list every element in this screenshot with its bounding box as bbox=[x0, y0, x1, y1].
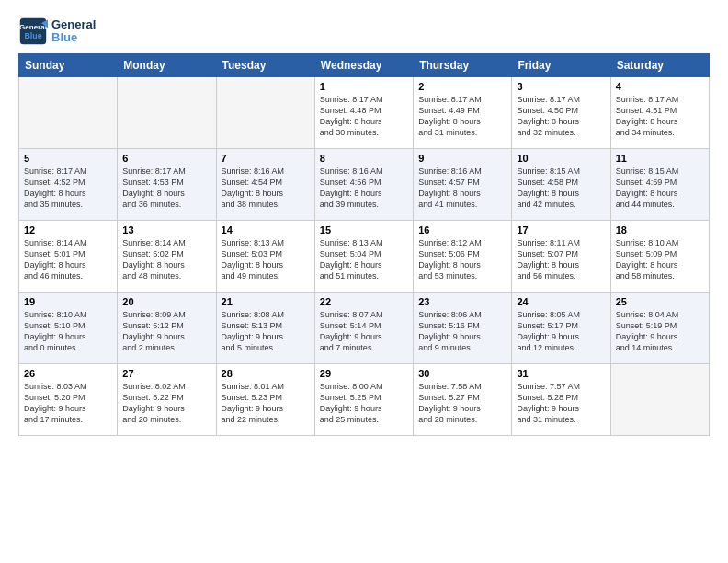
calendar-cell: 24Sunrise: 8:05 AM Sunset: 5:17 PM Dayli… bbox=[512, 293, 610, 364]
day-info: Sunrise: 8:17 AM Sunset: 4:48 PM Dayligh… bbox=[320, 94, 408, 139]
header: General Blue General Blue bbox=[18, 17, 710, 46]
calendar-cell: 9Sunrise: 8:16 AM Sunset: 4:57 PM Daylig… bbox=[414, 149, 512, 221]
calendar-cell: 3Sunrise: 8:17 AM Sunset: 4:50 PM Daylig… bbox=[512, 77, 610, 149]
day-info: Sunrise: 8:16 AM Sunset: 4:54 PM Dayligh… bbox=[222, 166, 310, 211]
day-number: 22 bbox=[320, 296, 408, 307]
day-number: 19 bbox=[24, 296, 112, 307]
day-number: 2 bbox=[418, 81, 506, 92]
day-info: Sunrise: 8:05 AM Sunset: 5:17 PM Dayligh… bbox=[517, 309, 605, 354]
day-number: 16 bbox=[418, 224, 506, 236]
day-info: Sunrise: 8:17 AM Sunset: 4:52 PM Dayligh… bbox=[24, 166, 112, 211]
day-info: Sunrise: 8:12 AM Sunset: 5:06 PM Dayligh… bbox=[418, 237, 506, 282]
day-info: Sunrise: 8:17 AM Sunset: 4:50 PM Dayligh… bbox=[517, 94, 605, 139]
calendar-cell bbox=[610, 364, 709, 436]
logo-text: General Blue bbox=[51, 18, 96, 45]
calendar-cell: 4Sunrise: 8:17 AM Sunset: 4:51 PM Daylig… bbox=[610, 77, 709, 149]
day-info: Sunrise: 8:17 AM Sunset: 4:53 PM Dayligh… bbox=[122, 166, 210, 211]
calendar-cell: 16Sunrise: 8:12 AM Sunset: 5:06 PM Dayli… bbox=[414, 221, 512, 293]
calendar-cell: 11Sunrise: 8:15 AM Sunset: 4:59 PM Dayli… bbox=[610, 149, 709, 221]
calendar-cell: 6Sunrise: 8:17 AM Sunset: 4:53 PM Daylig… bbox=[118, 149, 216, 221]
day-number: 3 bbox=[517, 81, 605, 92]
day-info: Sunrise: 8:00 AM Sunset: 5:25 PM Dayligh… bbox=[320, 381, 408, 426]
weekday-header-wednesday: Wednesday bbox=[314, 54, 413, 77]
day-info: Sunrise: 8:17 AM Sunset: 4:51 PM Dayligh… bbox=[616, 94, 704, 139]
calendar-cell: 15Sunrise: 8:13 AM Sunset: 5:04 PM Dayli… bbox=[314, 221, 413, 293]
calendar-cell: 30Sunrise: 7:58 AM Sunset: 5:27 PM Dayli… bbox=[414, 364, 512, 436]
day-number: 17 bbox=[517, 224, 605, 236]
day-number: 1 bbox=[320, 81, 408, 92]
day-info: Sunrise: 7:58 AM Sunset: 5:27 PM Dayligh… bbox=[418, 381, 506, 426]
day-number: 18 bbox=[616, 224, 704, 236]
weekday-header-row: SundayMondayTuesdayWednesdayThursdayFrid… bbox=[19, 54, 710, 77]
logo-icon: General Blue bbox=[18, 17, 48, 46]
day-info: Sunrise: 8:09 AM Sunset: 5:12 PM Dayligh… bbox=[122, 309, 210, 354]
day-number: 12 bbox=[24, 224, 112, 236]
week-row-1: 1Sunrise: 8:17 AM Sunset: 4:48 PM Daylig… bbox=[19, 77, 710, 149]
calendar-cell bbox=[19, 77, 118, 149]
day-info: Sunrise: 8:10 AM Sunset: 5:10 PM Dayligh… bbox=[24, 309, 112, 354]
calendar-cell: 17Sunrise: 8:11 AM Sunset: 5:07 PM Dayli… bbox=[512, 221, 610, 293]
day-info: Sunrise: 8:14 AM Sunset: 5:01 PM Dayligh… bbox=[24, 237, 112, 282]
calendar-cell: 12Sunrise: 8:14 AM Sunset: 5:01 PM Dayli… bbox=[19, 221, 118, 293]
svg-text:Blue: Blue bbox=[24, 31, 41, 40]
day-number: 23 bbox=[418, 296, 506, 307]
day-number: 7 bbox=[222, 153, 310, 164]
day-info: Sunrise: 8:13 AM Sunset: 5:04 PM Dayligh… bbox=[320, 237, 408, 282]
week-row-3: 12Sunrise: 8:14 AM Sunset: 5:01 PM Dayli… bbox=[19, 221, 710, 293]
calendar-cell: 10Sunrise: 8:15 AM Sunset: 4:58 PM Dayli… bbox=[512, 149, 610, 221]
day-info: Sunrise: 8:11 AM Sunset: 5:07 PM Dayligh… bbox=[517, 237, 605, 282]
calendar-page: General Blue General Blue SundayMondayTu… bbox=[0, 0, 728, 563]
day-info: Sunrise: 8:07 AM Sunset: 5:14 PM Dayligh… bbox=[320, 309, 408, 354]
day-number: 21 bbox=[222, 296, 310, 307]
week-row-4: 19Sunrise: 8:10 AM Sunset: 5:10 PM Dayli… bbox=[19, 293, 710, 364]
day-number: 24 bbox=[517, 296, 605, 307]
day-number: 20 bbox=[122, 296, 210, 307]
calendar-cell: 29Sunrise: 8:00 AM Sunset: 5:25 PM Dayli… bbox=[314, 364, 413, 436]
day-info: Sunrise: 8:16 AM Sunset: 4:56 PM Dayligh… bbox=[320, 166, 408, 211]
day-number: 15 bbox=[320, 224, 408, 236]
day-number: 14 bbox=[222, 224, 310, 236]
calendar-cell: 8Sunrise: 8:16 AM Sunset: 4:56 PM Daylig… bbox=[314, 149, 413, 221]
day-info: Sunrise: 8:16 AM Sunset: 4:57 PM Dayligh… bbox=[418, 166, 506, 211]
day-info: Sunrise: 8:08 AM Sunset: 5:13 PM Dayligh… bbox=[222, 309, 310, 354]
calendar-cell: 26Sunrise: 8:03 AM Sunset: 5:20 PM Dayli… bbox=[19, 364, 118, 436]
calendar-cell: 14Sunrise: 8:13 AM Sunset: 5:03 PM Dayli… bbox=[216, 221, 314, 293]
weekday-header-sunday: Sunday bbox=[19, 54, 118, 77]
calendar-cell: 23Sunrise: 8:06 AM Sunset: 5:16 PM Dayli… bbox=[414, 293, 512, 364]
day-number: 26 bbox=[24, 368, 112, 379]
calendar-cell: 25Sunrise: 8:04 AM Sunset: 5:19 PM Dayli… bbox=[610, 293, 709, 364]
weekday-header-saturday: Saturday bbox=[610, 54, 709, 77]
calendar-cell: 27Sunrise: 8:02 AM Sunset: 5:22 PM Dayli… bbox=[118, 364, 216, 436]
logo: General Blue General Blue bbox=[18, 17, 96, 46]
day-info: Sunrise: 8:14 AM Sunset: 5:02 PM Dayligh… bbox=[122, 237, 210, 282]
calendar-cell: 5Sunrise: 8:17 AM Sunset: 4:52 PM Daylig… bbox=[19, 149, 118, 221]
calendar-cell: 18Sunrise: 8:10 AM Sunset: 5:09 PM Dayli… bbox=[610, 221, 709, 293]
day-number: 9 bbox=[418, 153, 506, 164]
weekday-header-monday: Monday bbox=[118, 54, 216, 77]
day-info: Sunrise: 8:15 AM Sunset: 4:59 PM Dayligh… bbox=[616, 166, 704, 211]
day-info: Sunrise: 8:15 AM Sunset: 4:58 PM Dayligh… bbox=[517, 166, 605, 211]
weekday-header-friday: Friday bbox=[512, 54, 610, 77]
day-info: Sunrise: 8:13 AM Sunset: 5:03 PM Dayligh… bbox=[222, 237, 310, 282]
calendar-cell: 1Sunrise: 8:17 AM Sunset: 4:48 PM Daylig… bbox=[314, 77, 413, 149]
calendar-table: SundayMondayTuesdayWednesdayThursdayFrid… bbox=[18, 53, 710, 436]
week-row-2: 5Sunrise: 8:17 AM Sunset: 4:52 PM Daylig… bbox=[19, 149, 710, 221]
day-number: 29 bbox=[320, 368, 408, 379]
weekday-header-tuesday: Tuesday bbox=[216, 54, 314, 77]
calendar-cell: 22Sunrise: 8:07 AM Sunset: 5:14 PM Dayli… bbox=[314, 293, 413, 364]
calendar-cell: 21Sunrise: 8:08 AM Sunset: 5:13 PM Dayli… bbox=[216, 293, 314, 364]
day-number: 8 bbox=[320, 153, 408, 164]
day-number: 27 bbox=[122, 368, 210, 379]
calendar-cell: 13Sunrise: 8:14 AM Sunset: 5:02 PM Dayli… bbox=[118, 221, 216, 293]
calendar-cell: 20Sunrise: 8:09 AM Sunset: 5:12 PM Dayli… bbox=[118, 293, 216, 364]
calendar-cell: 7Sunrise: 8:16 AM Sunset: 4:54 PM Daylig… bbox=[216, 149, 314, 221]
day-number: 5 bbox=[24, 153, 112, 164]
day-number: 4 bbox=[616, 81, 704, 92]
day-info: Sunrise: 8:03 AM Sunset: 5:20 PM Dayligh… bbox=[24, 381, 112, 426]
day-number: 30 bbox=[418, 368, 506, 379]
day-number: 25 bbox=[616, 296, 704, 307]
calendar-cell bbox=[216, 77, 314, 149]
calendar-cell: 19Sunrise: 8:10 AM Sunset: 5:10 PM Dayli… bbox=[19, 293, 118, 364]
day-number: 28 bbox=[222, 368, 310, 379]
day-info: Sunrise: 7:57 AM Sunset: 5:28 PM Dayligh… bbox=[517, 381, 605, 426]
